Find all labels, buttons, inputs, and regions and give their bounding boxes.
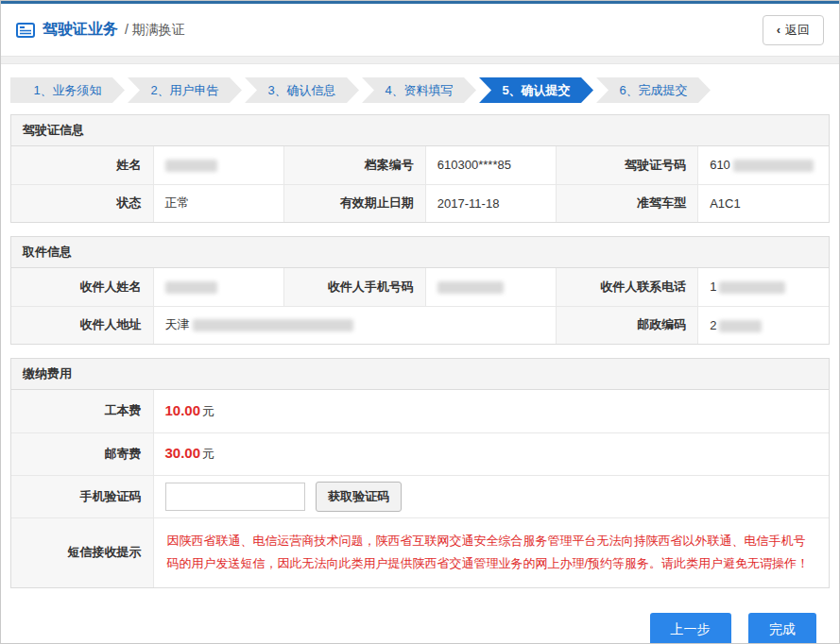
header: 驾驶证业务 / 期满换证 ‹返回 xyxy=(1,4,839,56)
get-captcha-button[interactable]: 获取验证码 xyxy=(316,482,402,512)
table-row: 工本费 10.00元 xyxy=(11,390,829,432)
captcha-input[interactable] xyxy=(165,483,305,511)
recipient-mobile-label: 收件人手机号码 xyxy=(283,268,425,306)
recipient-phone-prefix: 1 xyxy=(710,280,716,294)
step-4-fill-info[interactable]: 4、资料填写 xyxy=(362,77,476,103)
previous-step-button[interactable]: 上一步 xyxy=(650,613,731,644)
page: 驾驶证业务 / 期满换证 ‹返回 1、业务须知 2、用户申告 3、确认信息 4、… xyxy=(0,0,840,644)
file-no-value: 610300****85 xyxy=(425,146,556,184)
status-value: 正常 xyxy=(153,184,283,222)
main-content: 驾驶证信息 姓名 档案编号 610300****85 驾驶证号码 610 状态 … xyxy=(1,114,839,644)
captcha-label: 手机验证码 xyxy=(11,475,153,517)
license-no-value: 610 xyxy=(698,146,829,184)
production-fee-label: 工本费 xyxy=(11,390,153,432)
step-1-business-notice[interactable]: 1、业务须知 xyxy=(10,77,125,103)
currency-unit: 元 xyxy=(202,447,214,461)
captcha-cell: 获取验证码 xyxy=(153,475,829,517)
fees-table: 工本费 10.00元 邮寄费 30.00元 手机验证码 获取验证码 短信接收提示 xyxy=(11,390,829,587)
footer-actions: 上一步 完成 xyxy=(10,602,830,644)
redacted-recipient-mobile xyxy=(437,281,504,294)
license-info-title: 驾驶证信息 xyxy=(11,115,829,146)
redacted-address xyxy=(193,319,353,331)
mailing-fee-amount: 30.00 xyxy=(165,445,201,461)
address-value: 天津 xyxy=(153,306,557,344)
redacted-recipient-name xyxy=(165,281,217,294)
fees-section: 缴纳费用 工本费 10.00元 邮寄费 30.00元 手机验证码 xyxy=(10,358,830,588)
sms-notice-cell: 因陕西省联通、电信运营商技术问题，陕西省互联网交通安全综合服务管理平台无法向持陕… xyxy=(153,517,829,587)
vehicle-type-label: 准驾车型 xyxy=(557,184,698,222)
postcode-prefix: 2 xyxy=(710,318,716,332)
status-label: 状态 xyxy=(11,184,153,222)
recipient-mobile-value xyxy=(425,268,556,306)
currency-unit: 元 xyxy=(202,404,214,418)
fees-title: 缴纳费用 xyxy=(11,359,829,390)
recipient-name-value xyxy=(153,268,283,306)
finish-button[interactable]: 完成 xyxy=(748,613,816,644)
production-fee-value: 10.00元 xyxy=(153,390,829,432)
sms-notice-label: 短信接收提示 xyxy=(11,517,153,587)
sms-notice-text: 因陕西省联通、电信运营商技术问题，陕西省互联网交通安全综合服务管理平台无法向持陕… xyxy=(167,530,816,576)
name-label: 姓名 xyxy=(11,146,153,184)
table-row: 邮寄费 30.00元 xyxy=(11,432,829,475)
address-label: 收件人地址 xyxy=(11,306,153,344)
back-button[interactable]: ‹返回 xyxy=(763,15,824,45)
redacted-license-no xyxy=(733,160,814,172)
table-row: 收件人姓名 收件人手机号码 收件人联系电话 1 xyxy=(11,268,829,306)
recipient-name-label: 收件人姓名 xyxy=(11,268,153,306)
step-nav: 1、业务须知 2、用户申告 3、确认信息 4、资料填写 5、确认提交 6、完成提… xyxy=(1,64,839,114)
redacted-recipient-phone xyxy=(719,281,785,294)
table-row: 状态 正常 有效期止日期 2017-11-18 准驾车型 A1C1 xyxy=(11,184,829,222)
pickup-info-table: 收件人姓名 收件人手机号码 收件人联系电话 1 收件人地址 天津 邮政编码 2 xyxy=(11,268,829,344)
redacted-name xyxy=(165,160,217,172)
page-title: 驾驶证业务 xyxy=(43,20,118,40)
table-row: 姓名 档案编号 610300****85 驾驶证号码 610 xyxy=(11,146,829,184)
license-business-icon xyxy=(16,23,35,38)
step-3-confirm-info[interactable]: 3、确认信息 xyxy=(245,77,359,103)
redacted-postcode xyxy=(719,320,762,332)
license-no-prefix: 610 xyxy=(710,158,730,172)
name-value xyxy=(153,146,283,184)
recipient-phone-value: 1 xyxy=(698,268,829,306)
recipient-phone-label: 收件人联系电话 xyxy=(557,268,698,306)
license-info-section: 驾驶证信息 姓名 档案编号 610300****85 驾驶证号码 610 状态 … xyxy=(10,114,830,223)
table-row: 收件人地址 天津 邮政编码 2 xyxy=(11,306,829,344)
file-no-label: 档案编号 xyxy=(283,146,425,184)
back-button-label: 返回 xyxy=(785,23,810,37)
license-no-label: 驾驶证号码 xyxy=(557,146,698,184)
step-5-confirm-submit[interactable]: 5、确认提交 xyxy=(479,77,593,103)
expiry-value: 2017-11-18 xyxy=(425,184,556,222)
table-row: 手机验证码 获取验证码 xyxy=(11,475,829,517)
pickup-info-section: 取件信息 收件人姓名 收件人手机号码 收件人联系电话 1 收件人地址 天津 邮政… xyxy=(10,236,830,345)
expiry-label: 有效期止日期 xyxy=(283,184,425,222)
step-2-user-declaration[interactable]: 2、用户申告 xyxy=(128,77,242,103)
production-fee-amount: 10.00 xyxy=(165,402,201,418)
postcode-value: 2 xyxy=(698,306,829,344)
header-divider-band xyxy=(1,56,839,64)
page-subtitle: / 期满换证 xyxy=(125,22,185,39)
address-prefix: 天津 xyxy=(165,317,190,331)
mailing-fee-value: 30.00元 xyxy=(153,432,829,475)
license-info-table: 姓名 档案编号 610300****85 驾驶证号码 610 状态 正常 有效期… xyxy=(11,146,829,222)
step-6-complete-submit[interactable]: 6、完成提交 xyxy=(596,77,711,103)
vehicle-type-value: A1C1 xyxy=(698,184,829,222)
pickup-info-title: 取件信息 xyxy=(11,237,829,268)
postcode-label: 邮政编码 xyxy=(557,306,698,344)
mailing-fee-label: 邮寄费 xyxy=(11,432,153,475)
table-row: 短信接收提示 因陕西省联通、电信运营商技术问题，陕西省互联网交通安全综合服务管理… xyxy=(11,517,829,587)
back-chevron-icon: ‹ xyxy=(777,23,780,37)
